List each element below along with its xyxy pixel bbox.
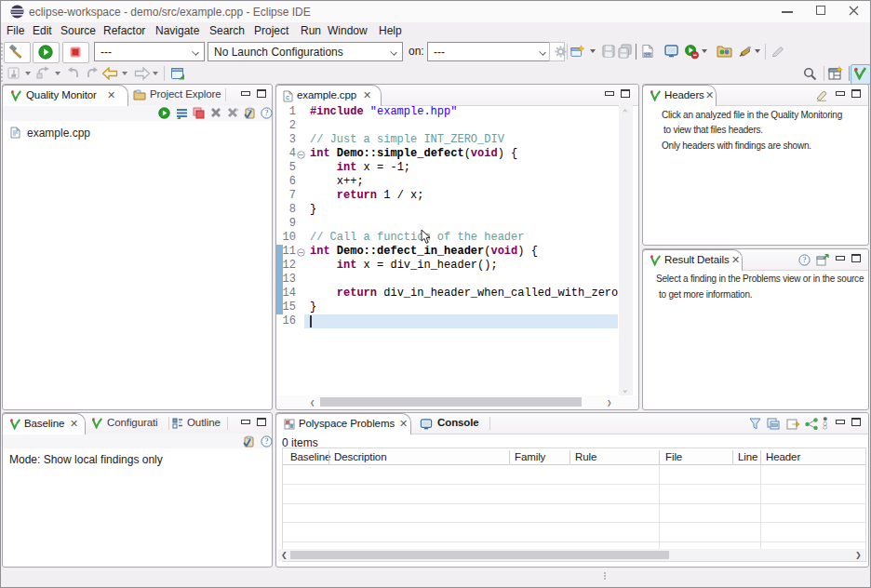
svg-text:c: c xyxy=(286,94,289,101)
svg-text:?: ? xyxy=(803,255,807,264)
svg-text:010: 010 xyxy=(644,52,652,57)
svg-text:?: ? xyxy=(265,108,269,117)
svg-text:?: ? xyxy=(265,436,269,446)
